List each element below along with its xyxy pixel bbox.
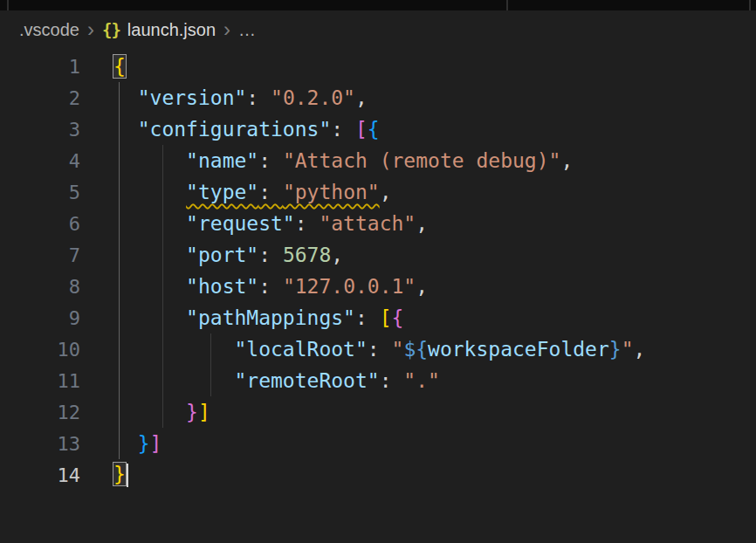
code-line[interactable]: 3 "configurations": [{ <box>0 113 756 145</box>
code-token: , <box>416 275 428 298</box>
line-number: 11 <box>0 370 80 392</box>
code-token: } <box>138 432 150 455</box>
indent-guide <box>162 145 163 428</box>
line-number: 14 <box>0 464 80 486</box>
code-token <box>113 149 186 172</box>
code-line[interactable]: 5 "type": "python", <box>0 176 756 208</box>
line-number: 6 <box>0 213 80 235</box>
code-line[interactable]: 2 "version": "0.2.0", <box>0 82 756 113</box>
code-token <box>113 86 138 109</box>
code-line[interactable]: 9 "pathMappings": [{ <box>0 302 756 333</box>
code-text: "name": "Attach (remote debug)", <box>113 149 573 172</box>
line-number: 9 <box>0 307 80 329</box>
code-token <box>113 338 234 361</box>
code-line[interactable]: 1{ <box>0 51 756 82</box>
code-token: { <box>392 306 404 329</box>
code-token: : <box>331 118 355 141</box>
tab-separator <box>506 0 508 10</box>
line-number: 13 <box>0 433 80 455</box>
code-area: 1{2 "version": "0.2.0",3 "configurations… <box>0 51 756 491</box>
code-text: "host": "127.0.0.1", <box>113 275 428 298</box>
code-token <box>113 275 186 298</box>
code-token: ${ <box>403 338 428 361</box>
code-token: , <box>560 149 573 172</box>
breadcrumb-file[interactable]: launch.json <box>127 20 216 40</box>
code-line[interactable]: 4 "name": "Attach (remote debug)", <box>0 145 756 176</box>
code-token: { <box>368 118 380 141</box>
code-token: "configurations" <box>138 118 332 141</box>
code-token: "0.2.0" <box>271 86 355 109</box>
code-token: "remoteRoot" <box>234 369 379 392</box>
code-token: "version" <box>138 86 247 109</box>
code-token: { <box>113 55 126 78</box>
code-line[interactable]: 8 "host": "127.0.0.1", <box>0 271 756 302</box>
text-cursor <box>127 464 128 487</box>
code-token: workspaceFolder <box>428 338 609 361</box>
code-token: : <box>246 86 271 109</box>
code-token: ] <box>150 432 162 455</box>
code-token: "." <box>403 369 440 392</box>
code-line[interactable]: 13 }] <box>0 428 756 459</box>
line-number: 8 <box>0 276 80 298</box>
code-text: "configurations": [{ <box>113 118 380 141</box>
code-line[interactable]: 11 "remoteRoot": "." <box>0 365 756 396</box>
code-token: : <box>380 369 404 392</box>
chevron-right-icon: › <box>86 19 95 40</box>
code-token: , <box>416 212 428 235</box>
code-token: : <box>258 181 283 203</box>
code-token: : <box>368 338 392 361</box>
code-token: "127.0.0.1" <box>283 275 416 298</box>
code-token: ] <box>198 401 210 423</box>
code-token <box>113 369 234 392</box>
editor[interactable]: 1{2 "version": "0.2.0",3 "configurations… <box>0 49 756 491</box>
code-text: "type": "python", <box>113 181 392 203</box>
code-token: , <box>355 86 368 109</box>
code-token <box>113 181 186 203</box>
code-token: , <box>331 244 343 266</box>
line-number: 3 <box>0 119 80 141</box>
code-token: "host" <box>186 275 258 298</box>
code-token: : <box>258 149 283 172</box>
code-token <box>113 244 186 266</box>
code-token: "localRoot" <box>234 338 367 361</box>
code-token: "name" <box>186 149 258 172</box>
line-number: 1 <box>0 56 80 78</box>
line-number: 5 <box>0 182 80 203</box>
code-token: : <box>258 275 283 298</box>
code-line[interactable]: 7 "port": 5678, <box>0 239 756 271</box>
line-number: 10 <box>0 339 80 361</box>
indent-guide <box>119 82 120 459</box>
code-token <box>113 432 138 455</box>
tab-separator <box>749 0 751 10</box>
code-token: , <box>380 181 392 203</box>
breadcrumb-more[interactable]: … <box>238 20 256 40</box>
line-number: 12 <box>0 402 80 423</box>
code-text: "pathMappings": [{ <box>113 306 403 329</box>
code-text: } <box>113 463 128 487</box>
code-text: "request": "attach", <box>113 212 428 235</box>
code-text: "localRoot": "${workspaceFolder}", <box>113 338 645 361</box>
code-token: " <box>622 338 634 361</box>
code-token: "port" <box>186 244 258 266</box>
code-token: : <box>355 306 380 329</box>
code-token <box>113 306 186 329</box>
code-text: "version": "0.2.0", <box>113 86 368 109</box>
code-token: 5678 <box>283 244 331 266</box>
code-token: , <box>634 338 646 361</box>
line-number: 7 <box>0 244 80 266</box>
line-number: 4 <box>0 150 80 172</box>
code-line[interactable]: 10 "localRoot": "${workspaceFolder}", <box>0 333 756 365</box>
code-token: } <box>609 338 622 361</box>
code-token: "attach" <box>319 212 416 235</box>
code-line[interactable]: 14} <box>0 459 756 491</box>
code-text: "port": 5678, <box>113 244 343 266</box>
code-token: [ <box>355 118 368 141</box>
breadcrumb: .vscode › {} launch.json › … <box>0 10 756 49</box>
code-token: } <box>186 401 198 423</box>
chevron-right-icon: › <box>223 19 231 40</box>
code-line[interactable]: 12 }] <box>0 396 756 428</box>
breadcrumb-folder[interactable]: .vscode <box>19 20 79 40</box>
tab-separator <box>7 0 9 10</box>
code-token <box>113 212 186 235</box>
code-line[interactable]: 6 "request": "attach", <box>0 208 756 239</box>
